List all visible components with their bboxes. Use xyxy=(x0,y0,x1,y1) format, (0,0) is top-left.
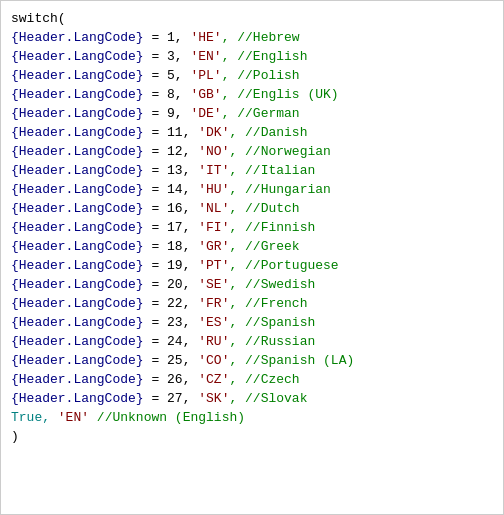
code-token: 'FR' xyxy=(198,296,229,311)
code-token: , //English xyxy=(222,49,308,64)
code-token: = 11, xyxy=(144,125,199,140)
code-token: , //Spanish (LA) xyxy=(229,353,354,368)
code-line: {Header.LangCode} = 9, 'DE', //German xyxy=(11,104,493,123)
code-token: {Header.LangCode} xyxy=(11,106,144,121)
code-token: = 24, xyxy=(144,334,199,349)
code-token: , //Russian xyxy=(229,334,315,349)
code-token: = 12, xyxy=(144,144,199,159)
code-token: //Unknown (English) xyxy=(89,410,245,425)
code-token: {Header.LangCode} xyxy=(11,353,144,368)
code-token: = 9, xyxy=(144,106,191,121)
code-token: = 18, xyxy=(144,239,199,254)
code-token: 'FI' xyxy=(198,220,229,235)
code-token: {Header.LangCode} xyxy=(11,315,144,330)
code-token: 'DE' xyxy=(190,106,221,121)
code-token: = 25, xyxy=(144,353,199,368)
code-line: {Header.LangCode} = 1, 'HE', //Hebrew xyxy=(11,28,493,47)
code-line: {Header.LangCode} = 16, 'NL', //Dutch xyxy=(11,199,493,218)
code-token: , //Spanish xyxy=(229,315,315,330)
code-token: {Header.LangCode} xyxy=(11,125,144,140)
code-token: {Header.LangCode} xyxy=(11,220,144,235)
code-token: 'IT' xyxy=(198,163,229,178)
code-token: 'CZ' xyxy=(198,372,229,387)
code-line: {Header.LangCode} = 17, 'FI', //Finnish xyxy=(11,218,493,237)
code-token: 'GB' xyxy=(190,87,221,102)
code-token: 'SE' xyxy=(198,277,229,292)
code-token: 'CO' xyxy=(198,353,229,368)
code-token: {Header.LangCode} xyxy=(11,68,144,83)
code-token: {Header.LangCode} xyxy=(11,201,144,216)
code-token: = 16, xyxy=(144,201,199,216)
code-token: = 1, xyxy=(144,30,191,45)
code-line: {Header.LangCode} = 13, 'IT', //Italian xyxy=(11,161,493,180)
code-token: , //Danish xyxy=(229,125,307,140)
code-line: {Header.LangCode} = 20, 'SE', //Swedish xyxy=(11,275,493,294)
code-line: True, 'EN' //Unknown (English) xyxy=(11,408,493,427)
code-token: , //Finnish xyxy=(229,220,315,235)
code-line: {Header.LangCode} = 5, 'PL', //Polish xyxy=(11,66,493,85)
code-token: {Header.LangCode} xyxy=(11,277,144,292)
code-token: = 8, xyxy=(144,87,191,102)
code-token: , //Swedish xyxy=(229,277,315,292)
code-token: = 23, xyxy=(144,315,199,330)
code-token: 'NL' xyxy=(198,201,229,216)
code-token: 'HU' xyxy=(198,182,229,197)
code-token: {Header.LangCode} xyxy=(11,30,144,45)
code-token: = 17, xyxy=(144,220,199,235)
code-line: ) xyxy=(11,427,493,446)
code-token: = 26, xyxy=(144,372,199,387)
code-token: {Header.LangCode} xyxy=(11,258,144,273)
code-token: {Header.LangCode} xyxy=(11,372,144,387)
code-token: , //Polish xyxy=(222,68,300,83)
code-token: 'PL' xyxy=(190,68,221,83)
code-token: 'NO' xyxy=(198,144,229,159)
code-token: 'SK' xyxy=(198,391,229,406)
code-token: {Header.LangCode} xyxy=(11,87,144,102)
code-token: {Header.LangCode} xyxy=(11,239,144,254)
code-token: , //Slovak xyxy=(229,391,307,406)
code-token: = 22, xyxy=(144,296,199,311)
code-editor: switch({Header.LangCode} = 1, 'HE', //He… xyxy=(0,0,504,515)
code-line: {Header.LangCode} = 26, 'CZ', //Czech xyxy=(11,370,493,389)
code-token: switch( xyxy=(11,11,66,26)
code-token: , //Englis (UK) xyxy=(222,87,339,102)
code-token: ) xyxy=(11,429,19,444)
code-token: , //Greek xyxy=(229,239,299,254)
code-line: {Header.LangCode} = 24, 'RU', //Russian xyxy=(11,332,493,351)
code-token: 'PT' xyxy=(198,258,229,273)
code-token: {Header.LangCode} xyxy=(11,49,144,64)
code-token: {Header.LangCode} xyxy=(11,391,144,406)
code-token: 'EN' xyxy=(190,49,221,64)
code-token: {Header.LangCode} xyxy=(11,334,144,349)
code-line: {Header.LangCode} = 8, 'GB', //Englis (U… xyxy=(11,85,493,104)
code-line: {Header.LangCode} = 25, 'CO', //Spanish … xyxy=(11,351,493,370)
code-token: , //Dutch xyxy=(229,201,299,216)
code-line: {Header.LangCode} = 22, 'FR', //French xyxy=(11,294,493,313)
code-token: = 13, xyxy=(144,163,199,178)
code-token: {Header.LangCode} xyxy=(11,163,144,178)
code-line: {Header.LangCode} = 19, 'PT', //Portugue… xyxy=(11,256,493,275)
code-token: = 5, xyxy=(144,68,191,83)
code-token: , //Czech xyxy=(229,372,299,387)
code-line: {Header.LangCode} = 12, 'NO', //Norwegia… xyxy=(11,142,493,161)
code-token: {Header.LangCode} xyxy=(11,182,144,197)
code-token: 'HE' xyxy=(190,30,221,45)
code-token: 'EN' xyxy=(58,410,89,425)
code-token: , //Portuguese xyxy=(229,258,338,273)
code-token: = 3, xyxy=(144,49,191,64)
code-token: {Header.LangCode} xyxy=(11,296,144,311)
code-line: {Header.LangCode} = 3, 'EN', //English xyxy=(11,47,493,66)
code-token: , //French xyxy=(229,296,307,311)
code-token: , //Norwegian xyxy=(229,144,330,159)
code-token: = 19, xyxy=(144,258,199,273)
code-token: , //Hungarian xyxy=(229,182,330,197)
code-token: , //Italian xyxy=(229,163,315,178)
code-token: 'ES' xyxy=(198,315,229,330)
code-line: switch( xyxy=(11,9,493,28)
code-line: {Header.LangCode} = 18, 'GR', //Greek xyxy=(11,237,493,256)
code-token: = 14, xyxy=(144,182,199,197)
code-line: {Header.LangCode} = 27, 'SK', //Slovak xyxy=(11,389,493,408)
code-token: 'RU' xyxy=(198,334,229,349)
code-token: = 27, xyxy=(144,391,199,406)
code-token: 'GR' xyxy=(198,239,229,254)
